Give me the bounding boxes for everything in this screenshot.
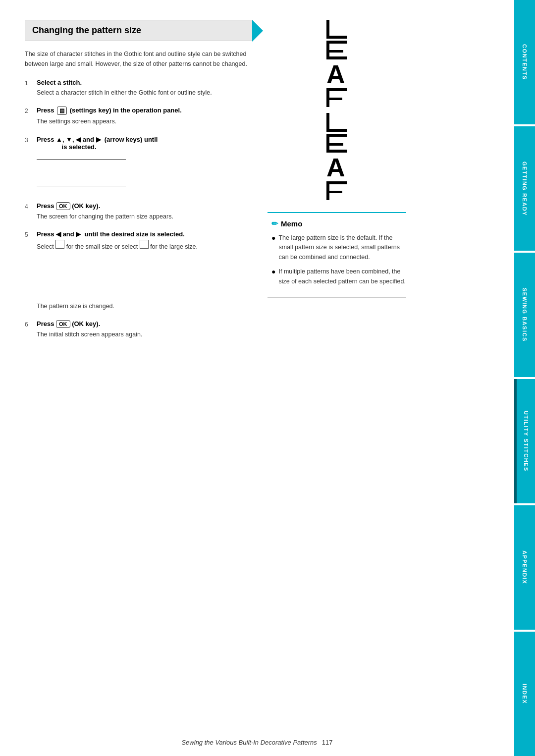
step-3-content: Press ▲, ▼, ◀ and ▶ (arrow keys) until i… (37, 136, 253, 193)
sidebar-tab-utility-stitches[interactable]: UTILITY STITCHES (514, 379, 535, 503)
step-6-title: Press OK (OK key). (37, 320, 253, 328)
step-5-content: Press ◀ and ▶ until the desired size is … (37, 230, 253, 311)
memo-item-2: ● If multiple patterns have been combine… (271, 267, 406, 286)
step-5: 5 Press ◀ and ▶ until the desired size i… (25, 230, 253, 311)
step-4-title: Press OK (OK key). (37, 202, 253, 210)
sidebar-tab-index[interactable]: INDEX (514, 632, 535, 756)
step-2-title: Press ▤ (settings key) in the operation … (37, 107, 253, 115)
large-size-box (140, 240, 149, 249)
leaf-display: A A (268, 20, 406, 202)
title-box: Changing the pattern size (25, 20, 253, 41)
leaf-text-block: A A (326, 20, 347, 202)
right-column: A A (268, 20, 406, 736)
screen-placeholder (37, 163, 253, 183)
step-3-number: 3 (25, 136, 31, 144)
step-2-number: 2 (25, 107, 31, 114)
step-2-desc: The settings screen appears. (37, 117, 253, 126)
step-5-changed: The pattern size is changed. (37, 302, 253, 311)
intro-text: The size of character stitches in the Go… (25, 49, 253, 69)
ok-key-1: OK (56, 202, 70, 210)
footer: Sewing the Various Built-In Decorative P… (0, 739, 514, 746)
main-container: Changing the pattern size The size of ch… (0, 0, 535, 756)
step-4-number: 4 (25, 202, 31, 210)
step-6-desc: The initial stitch screen appears again. (37, 330, 253, 339)
step-3-screen (37, 153, 253, 193)
leaf2-char-a: A (326, 155, 347, 180)
bullet-1: ● (271, 233, 275, 262)
step-5-title: Press ◀ and ▶ until the desired size is … (37, 230, 253, 238)
step-1: 1 Select a stitch. Select a character st… (25, 79, 253, 98)
leaf2-char-e (326, 134, 347, 153)
memo-item-1: ● The large pattern size is the default.… (271, 233, 406, 262)
sidebar-tab-contents[interactable]: CONTENTS (514, 0, 535, 124)
leaf-char-a: A (326, 61, 347, 87)
step-3: 3 Press ▲, ▼, ◀ and ▶ (arrow keys) until… (25, 136, 253, 193)
leaf-char-e (326, 41, 347, 59)
line-top (37, 160, 126, 160)
step-4: 4 Press OK (OK key). The screen for chan… (25, 202, 253, 221)
leaf-chars-2: A (326, 113, 347, 202)
step-1-desc: Select a character stitch in either the … (37, 88, 253, 98)
step-2: 2 Press ▤ (settings key) in the operatio… (25, 107, 253, 126)
leaf-char-l (326, 20, 347, 39)
sidebar: CONTENTS GETTING READY SEWING BASICS UTI… (514, 0, 535, 756)
memo-icon: ✏ (271, 219, 278, 228)
step-1-title: Select a stitch. (37, 79, 253, 86)
step-1-content: Select a stitch. Select a character stit… (37, 79, 253, 98)
step-5-image-area (37, 252, 253, 302)
step-6-number: 6 (25, 320, 31, 328)
sidebar-tab-sewing-basics[interactable]: SEWING BASICS (514, 253, 535, 377)
step-2-content: Press ▤ (settings key) in the operation … (37, 107, 253, 126)
footer-page: 117 (322, 739, 333, 746)
ok-key-2: OK (56, 320, 70, 328)
sidebar-tab-appendix[interactable]: APPENDIX (514, 505, 535, 630)
step-4-content: Press OK (OK key). The screen for changi… (37, 202, 253, 221)
sidebar-tab-getting-ready[interactable]: GETTING READY (514, 126, 535, 251)
step-1-number: 1 (25, 79, 31, 87)
footer-text: Sewing the Various Built-In Decorative P… (181, 739, 317, 746)
step-5-desc: Select for the small size or select for … (37, 240, 253, 252)
left-column: Changing the pattern size The size of ch… (25, 20, 253, 736)
step-5-number: 5 (25, 230, 31, 238)
line-bottom (37, 186, 126, 186)
title-arrow (252, 20, 263, 42)
memo-box: ✏ Memo ● The large pattern size is the d… (268, 212, 406, 298)
step-6-content: Press OK (OK key). The initial stitch sc… (37, 320, 253, 339)
small-size-box (55, 240, 64, 249)
leaf2-char-f (326, 181, 347, 200)
page-title: Changing the pattern size (32, 25, 141, 36)
step-4-desc: The screen for changing the pattern size… (37, 212, 253, 221)
settings-key-icon: ▤ (57, 107, 67, 115)
memo-title: ✏ Memo (271, 219, 406, 228)
step-6: 6 Press OK (OK key). The initial stitch … (25, 320, 253, 339)
bullet-2: ● (271, 267, 275, 286)
leaf2-char-l (326, 113, 347, 132)
leaf-char-f (326, 88, 347, 107)
step-3-title: Press ▲, ▼, ◀ and ▶ (arrow keys) until i… (37, 136, 253, 151)
leaf-chars: A (326, 20, 347, 109)
content-area: Changing the pattern size The size of ch… (0, 0, 514, 756)
